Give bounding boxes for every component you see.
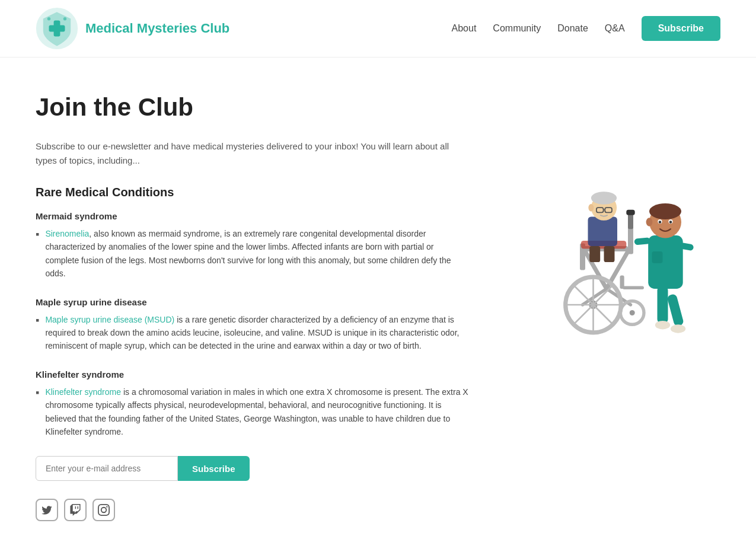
svg-point-46 <box>669 221 672 224</box>
svg-point-31 <box>588 204 594 212</box>
email-form: Subscribe <box>36 456 468 481</box>
condition-msud: Maple syrup urine disease ▪ Maple syrup … <box>36 297 468 353</box>
condition-link-msud[interactable]: Maple syrup urine disease (MSUD) <box>45 315 174 324</box>
condition-link-klinefelter[interactable]: Klinefelter syndrome <box>45 387 121 397</box>
section-title: Rare Medical Conditions <box>36 186 468 199</box>
condition-text-klinefelter: Klinefelter syndrome is a chromosomal va… <box>45 385 468 439</box>
svg-rect-25 <box>588 217 617 247</box>
svg-rect-39 <box>634 237 650 245</box>
condition-title-mermaid: Mermaid syndrome <box>36 211 468 221</box>
main-nav: About Community Donate Q&A Subscribe <box>452 16 720 41</box>
svg-point-42 <box>649 203 681 219</box>
condition-item-msud: ▪ Maple syrup urine disease (MSUD) is a … <box>36 313 468 353</box>
svg-point-47 <box>646 218 652 226</box>
condition-text-mermaid: Sirenomelia, also known as mermaid syndr… <box>45 227 468 280</box>
nav-community[interactable]: Community <box>493 23 541 34</box>
nav-qa[interactable]: Q&A <box>605 23 625 34</box>
svg-rect-8 <box>628 213 633 229</box>
condition-item-klinefelter: ▪ Klinefelter syndrome is a chromosomal … <box>36 385 468 439</box>
email-subscribe-button[interactable]: Subscribe <box>178 456 250 481</box>
svg-point-37 <box>671 324 685 333</box>
twitter-icon[interactable] <box>36 499 58 521</box>
condition-item-mermaid: ▪ Sirenomelia, also known as mermaid syn… <box>36 227 468 280</box>
svg-rect-34 <box>657 286 668 324</box>
nav-donate[interactable]: Donate <box>557 23 588 34</box>
email-input[interactable] <box>36 456 178 481</box>
instagram-icon[interactable] <box>92 499 115 521</box>
bullet-msud: ▪ <box>36 313 39 353</box>
svg-point-4 <box>63 17 66 20</box>
page-title: Join the Club <box>36 93 468 122</box>
illustration <box>492 93 720 521</box>
condition-text-msud: Maple syrup urine disease (MSUD) is a ra… <box>45 313 468 353</box>
svg-rect-22 <box>623 286 644 289</box>
illustration-svg <box>500 129 713 353</box>
svg-rect-35 <box>666 294 684 327</box>
svg-rect-32 <box>589 246 600 262</box>
svg-rect-48 <box>652 251 662 263</box>
logo-text: Medical Mysteries Club <box>85 21 229 36</box>
bullet-klinefelter: ▪ <box>36 385 39 439</box>
twitch-icon[interactable] <box>64 499 87 521</box>
social-icons <box>36 499 468 521</box>
svg-point-21 <box>629 310 634 315</box>
intro-text: Subscribe to our e-newsletter and have m… <box>36 139 468 168</box>
logo[interactable]: Medical Mysteries Club <box>36 7 229 50</box>
condition-title-klinefelter: Klinefelter syndrome <box>36 369 468 379</box>
svg-rect-23 <box>620 276 624 289</box>
condition-link-mermaid[interactable]: Sirenomelia <box>45 229 89 238</box>
svg-point-3 <box>47 17 50 20</box>
svg-point-44 <box>658 221 661 224</box>
svg-rect-9 <box>626 210 634 215</box>
svg-rect-2 <box>49 25 65 32</box>
svg-rect-33 <box>604 246 614 262</box>
condition-klinefelter: Klinefelter syndrome ▪ Klinefelter syndr… <box>36 369 468 439</box>
nav-subscribe-button[interactable]: Subscribe <box>642 16 720 41</box>
svg-point-36 <box>655 321 669 329</box>
nav-about[interactable]: About <box>452 23 477 34</box>
condition-title-msud: Maple syrup urine disease <box>36 297 468 307</box>
bullet-mermaid: ▪ <box>36 227 39 280</box>
condition-desc-mermaid: , also known as mermaid syndrome, is an … <box>45 229 451 278</box>
svg-point-27 <box>591 192 616 205</box>
condition-mermaid: Mermaid syndrome ▪ Sirenomelia, also kno… <box>36 211 468 280</box>
logo-icon <box>36 7 78 50</box>
main-content: Join the Club Subscribe to our e-newslet… <box>36 93 468 521</box>
